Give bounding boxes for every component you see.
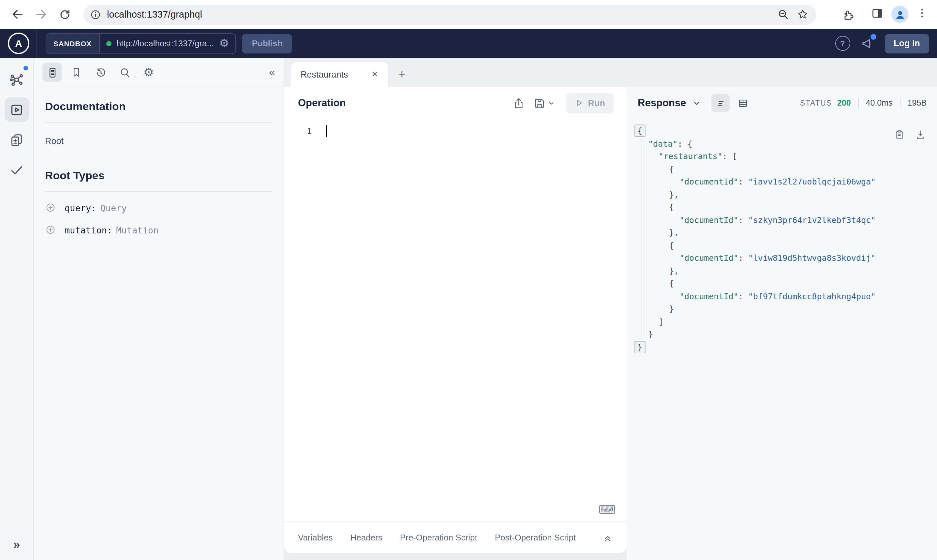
nav-explorer[interactable] xyxy=(4,97,29,122)
zoom-out-icon xyxy=(777,8,789,20)
line-number: 1 xyxy=(284,126,312,522)
zoom-button[interactable] xyxy=(773,5,793,24)
json-line: { xyxy=(638,163,928,175)
field-type[interactable]: Query xyxy=(100,203,127,213)
code-fold-line xyxy=(642,135,642,339)
history-button[interactable] xyxy=(91,63,110,82)
tab-restaurants[interactable]: Restaurants ✕ xyxy=(291,62,388,87)
raw-view-button[interactable] xyxy=(711,94,730,112)
meta-divider xyxy=(900,98,900,108)
saved-operations-button[interactable] xyxy=(66,63,86,82)
double-chevron-up-icon xyxy=(603,532,613,543)
response-title: Response xyxy=(638,97,686,109)
field-name[interactable]: mutation: xyxy=(65,225,112,235)
share-button[interactable] xyxy=(512,97,525,109)
endpoint-settings-gear-icon[interactable]: ⚙ xyxy=(219,38,229,49)
back-button[interactable] xyxy=(6,3,29,25)
browser-toolbar-right xyxy=(842,6,931,23)
bookmark-page-button[interactable] xyxy=(793,5,812,24)
nav-schema-graph[interactable] xyxy=(4,67,29,92)
endpoint-body: http://localhost:1337/gra... ⚙ xyxy=(100,38,236,49)
copy-response-button[interactable] xyxy=(894,129,905,140)
reload-icon xyxy=(58,8,71,20)
operation-footer: Variables Headers Pre-Operation Script P… xyxy=(284,522,627,553)
search-icon xyxy=(118,66,131,78)
search-button[interactable] xyxy=(115,63,134,82)
browser-menu-button[interactable] xyxy=(916,7,928,22)
json-line: ] xyxy=(638,315,928,328)
collapse-footer-button[interactable] xyxy=(603,532,613,543)
endpoint-url[interactable]: http://localhost:1337/gra... xyxy=(116,38,214,48)
run-button[interactable]: Run xyxy=(566,93,614,113)
extensions-button[interactable] xyxy=(842,8,855,20)
explorer-play-icon xyxy=(9,102,24,117)
root-type-row-query[interactable]: query:Query xyxy=(45,202,272,214)
new-tab-button[interactable]: + xyxy=(398,67,406,82)
tab-headers[interactable]: Headers xyxy=(350,532,382,542)
apollo-logo[interactable]: A xyxy=(8,32,29,54)
share-icon xyxy=(512,97,525,109)
json-line: "documentId": "bf97tfdumkcc8ptahkng4puo" xyxy=(638,290,928,303)
root-types-title: Root Types xyxy=(45,169,272,183)
header-divider xyxy=(37,29,37,58)
close-tab-icon[interactable]: ✕ xyxy=(372,70,378,79)
docs-tab-button[interactable] xyxy=(42,63,62,82)
keyboard-shortcuts-icon[interactable]: ⌨ xyxy=(599,504,615,516)
side-panel-button[interactable] xyxy=(871,7,883,22)
settings-button[interactable]: ⚙ xyxy=(139,63,158,82)
json-line: }, xyxy=(638,188,928,201)
status-label: STATUS xyxy=(800,99,832,107)
extensions-puzzle-icon xyxy=(842,8,855,20)
forward-button[interactable] xyxy=(30,3,52,25)
address-bar[interactable]: localhost:1337/graphql xyxy=(83,4,816,25)
publish-button[interactable]: Publish xyxy=(242,34,292,53)
workspace: Restaurants ✕ + Operation xyxy=(284,58,937,560)
help-glyph: ? xyxy=(840,39,845,48)
add-field-icon[interactable] xyxy=(45,224,56,235)
run-play-icon xyxy=(574,98,583,108)
person-icon xyxy=(894,9,905,20)
help-button[interactable]: ? xyxy=(835,36,850,51)
download-response-button[interactable] xyxy=(915,129,926,140)
json-line: "documentId": "iavv1s2l27uoblqcjai06wga" xyxy=(638,175,928,188)
text-cursor xyxy=(326,125,327,137)
field-type[interactable]: Mutation xyxy=(116,225,158,235)
documentation-content: Documentation Root Root Types query:Quer… xyxy=(34,87,284,236)
table-view-button[interactable] xyxy=(734,94,752,112)
tab-pre-operation-script[interactable]: Pre-Operation Script xyxy=(400,532,477,542)
chevron-down-icon xyxy=(548,99,555,106)
documentation-toolbar: ⚙ « xyxy=(34,58,284,87)
announcements-button[interactable] xyxy=(860,37,874,50)
save-button[interactable] xyxy=(533,97,555,109)
add-field-icon[interactable] xyxy=(45,202,56,213)
field-name[interactable]: query: xyxy=(65,203,97,213)
json-line: { xyxy=(638,277,928,290)
chevron-down-icon xyxy=(692,99,701,107)
json-line: { xyxy=(638,239,928,252)
tab-post-operation-script[interactable]: Post-Operation Script xyxy=(495,532,576,542)
tab-variables[interactable]: Variables xyxy=(298,532,332,542)
app-body: » ⚙ « xyxy=(0,58,937,560)
expand-rail-button[interactable]: » xyxy=(0,538,33,552)
reload-button[interactable] xyxy=(54,3,75,25)
root-link[interactable]: Root xyxy=(45,136,272,146)
login-button[interactable]: Log in xyxy=(885,34,929,53)
download-icon xyxy=(915,129,926,140)
nav-schema-diff[interactable] xyxy=(4,127,29,152)
root-type-row-mutation[interactable]: mutation:Mutation xyxy=(45,224,272,236)
operation-editor[interactable]: 1 ⌨ xyxy=(284,119,627,522)
sandbox-badge: SANDBOX xyxy=(46,34,100,53)
site-info-icon[interactable] xyxy=(90,9,101,20)
response-menu-button[interactable] xyxy=(692,99,701,107)
connection-status-dot xyxy=(106,41,111,46)
response-header: Response STA xyxy=(627,87,937,119)
collapse-sidebar-button[interactable]: « xyxy=(269,66,275,79)
json-line: "restaurants": [ xyxy=(638,150,928,163)
diff-documents-icon xyxy=(9,132,24,147)
nav-notification-dot xyxy=(23,66,28,71)
star-icon xyxy=(797,8,809,20)
json-line: }, xyxy=(638,226,928,239)
profile-avatar[interactable] xyxy=(891,6,908,23)
json-line: } xyxy=(638,341,928,353)
nav-checks[interactable] xyxy=(4,157,29,182)
